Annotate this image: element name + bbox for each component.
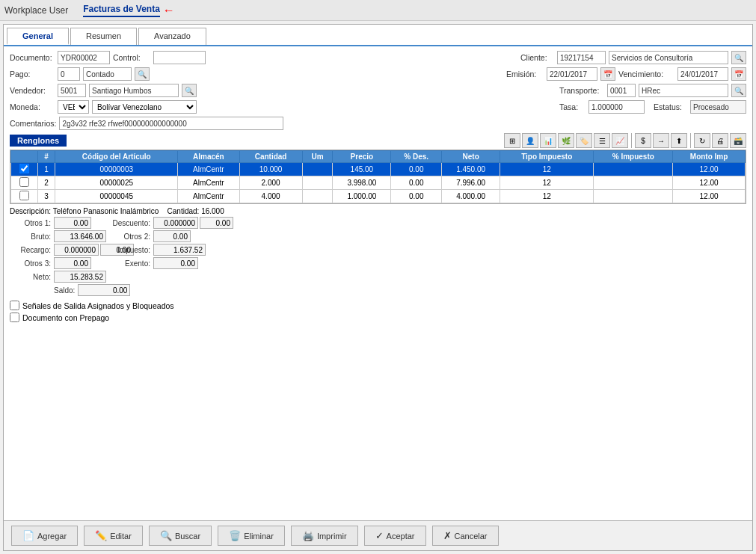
items-table-wrapper[interactable]: # Código del Artículo Almacén Cantidad U… [10,150,746,204]
transporte-name-input[interactable] [639,84,728,97]
estatus-input [690,100,746,114]
emision-calendar-button[interactable]: 📅 [600,67,615,81]
control-input[interactable] [153,51,206,64]
table-header-row: # Código del Artículo Almacén Cantidad U… [11,151,746,163]
vencimiento-calendar-button[interactable]: 📅 [731,67,746,81]
imprimir-icon: 🖨️ [302,530,314,541]
table-row[interactable]: 3 00000045 AlmCentr 4.000 1.000.00 0.00 … [11,190,746,203]
agregar-button[interactable]: 📄 Agregar [11,526,78,546]
transporte-search-button[interactable]: 🔍 [731,84,746,97]
tab-avanzado[interactable]: Avanzado [138,28,206,45]
tb-bar-icon[interactable]: 📈 [612,133,628,148]
descuento-val-input[interactable] [200,217,233,229]
col-tipoImp: Tipo Impuesto [500,151,594,163]
tb-export-icon[interactable]: ⬆ [671,133,687,148]
buscar-button[interactable]: 🔍 Buscar [149,526,212,546]
row-pctImp [594,176,673,190]
form-area: Documento: Control: Cliente: 🔍 Pago: 🔍 E… [4,46,752,520]
renglones-header: Renglones ⊞ 👤 📊 🌿 🏷️ ☰ 📈 $ → ⬆ ↻ 🖨 🗃️ [10,133,746,148]
tb-grid-icon[interactable]: ⊞ [504,133,520,148]
eliminar-button[interactable]: 🗑️ Eliminar [218,526,285,546]
vendedor-code-input[interactable] [58,84,86,97]
aceptar-button[interactable]: ✓ Aceptar [364,526,426,546]
tb-refresh-icon[interactable]: ↻ [694,133,710,148]
cliente-search-button[interactable]: 🔍 [731,51,746,64]
vendedor-name-input[interactable] [89,84,179,97]
saldo-label: Saldo: [54,286,75,295]
row-pctImp [594,163,673,176]
row-um [302,176,333,190]
editar-button[interactable]: ✏️ Editar [84,526,143,546]
impuesto-input [153,244,206,256]
aceptar-label: Aceptar [387,532,415,541]
prepago-label: Documento con Prepago [22,313,109,322]
tb-person-icon[interactable]: 👤 [522,133,538,148]
tb-db-icon[interactable]: 🗃️ [730,133,746,148]
row-check[interactable] [11,163,38,176]
cancelar-icon: ✗ [443,530,452,541]
pago-search-button[interactable]: 🔍 [135,67,150,81]
otros2-input[interactable] [153,230,191,242]
tb-leaf-icon[interactable]: 🌿 [558,133,574,148]
tb-list-icon[interactable]: ☰ [594,133,610,148]
arrow-indicator: ← [163,4,175,17]
otros3-label: Otros 3: [10,259,51,268]
agregar-icon: 📄 [22,530,34,541]
impuesto-label: Impuesto: [98,246,150,254]
table-row[interactable]: 1 00000003 AlmCentr 10.000 145.00 0.00 1… [11,163,746,176]
tab-resumen[interactable]: Resumen [70,28,137,45]
prepago-check-row: Documento con Prepago [10,313,746,322]
cancelar-button[interactable]: ✗ Cancelar [432,526,499,546]
pago-code-input[interactable] [58,67,80,81]
row-check[interactable] [11,190,38,203]
col-neto: Neto [442,151,500,163]
row-check[interactable] [11,176,38,190]
emision-input[interactable] [547,67,597,81]
tasa-label: Tasa: [559,102,586,111]
otros3-input[interactable] [54,257,91,269]
row-cantidad: 4.000 [239,190,302,203]
vendedor-search-button[interactable]: 🔍 [182,84,197,97]
vencimiento-input[interactable] [677,67,728,81]
descuento-pct-input[interactable] [153,217,198,229]
pago-name-input[interactable] [83,67,132,81]
tb-divider-2 [690,133,691,148]
row-neto: 7.996.00 [442,176,500,190]
tb-tag-icon[interactable]: 🏷️ [576,133,592,148]
comentarios-input[interactable] [59,117,283,130]
active-window-tab[interactable]: Facturas de Venta [83,4,160,17]
tb-print2-icon[interactable]: 🖨 [712,133,728,148]
otros1-input[interactable] [54,217,91,229]
row-um [302,190,333,203]
recargo-pct-input[interactable] [54,244,99,256]
cliente-code-input[interactable] [557,51,606,64]
title-bar: Workplace User Facturas de Venta ← [0,0,756,21]
tb-dollar-icon[interactable]: $ [635,133,651,148]
descripcion-label: Descripción: [10,207,51,215]
row-precio: 145.00 [333,163,391,176]
exento-val-input[interactable] [153,257,198,269]
transporte-code-input[interactable] [607,84,636,97]
cliente-label: Cliente: [520,53,554,62]
prepago-checkbox[interactable] [10,313,19,322]
app-name[interactable]: Workplace User [4,5,68,16]
tb-chart-icon[interactable]: 📊 [540,133,556,148]
imprimir-button[interactable]: 🖨️ Imprimir [291,526,358,546]
row-almacen: AlmCentr [178,163,239,176]
buscar-label: Buscar [175,532,200,541]
table-row[interactable]: 2 00000025 AlmCentr 2.000 3.998.00 0.00 … [11,176,746,190]
moneda-code-select[interactable]: VEB [58,100,89,114]
tb-arrow-icon[interactable]: → [653,133,669,148]
col-montoImp: Monto Imp [673,151,746,163]
documento-input[interactable] [58,51,110,64]
tasa-input[interactable] [588,100,645,114]
moneda-name-select[interactable]: Bolívar Venezolano [92,100,197,114]
senales-checkbox[interactable] [10,301,19,310]
tab-general[interactable]: General [7,28,69,45]
recargo-label: Recargo: [10,246,51,254]
cliente-name-input[interactable] [609,51,728,64]
row-montoImp: 12.00 [673,176,746,190]
col-precio: Precio [333,151,391,163]
row-tipoImp: 12 [500,176,594,190]
summary-area: Descripción: Teléfono Panasonic Inalámbr… [10,207,746,296]
